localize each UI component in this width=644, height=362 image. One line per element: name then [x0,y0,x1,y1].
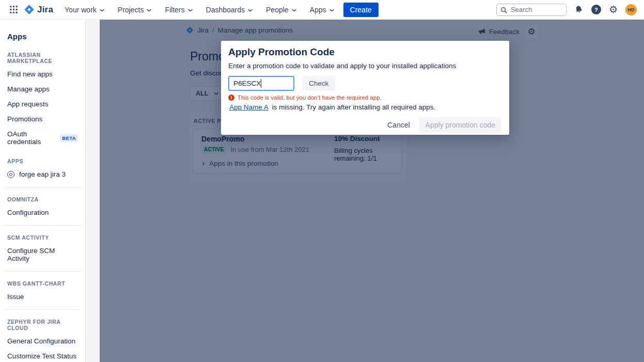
nav-dashboards[interactable]: Dashboards [206,6,253,14]
beta-badge: BETA [60,134,78,142]
nav-projects[interactable]: Projects [118,6,152,14]
chevron-down-icon [248,9,253,12]
nav-people[interactable]: People [266,6,296,14]
notifications-icon[interactable] [574,5,584,14]
modal-description: Enter a promotion code to validate and a… [228,62,456,70]
chevron-down-icon [188,9,193,12]
sidebar-title: Apps [0,26,85,43]
chevron-down-icon [292,9,296,12]
sidebar-item-oauth-credentials[interactable]: OAuth credentials BETA [0,127,85,149]
sidebar-item-configuration[interactable]: Configuration [0,205,85,220]
missing-app-link[interactable]: App Name A [229,103,269,111]
chevron-down-icon [100,9,104,12]
promotion-code-input[interactable] [228,76,294,91]
missing-app-line: App Name A is missing. Try again after i… [229,103,435,111]
sidebar-section-oomnitza: OOMNITZA [0,187,85,205]
sidebar-item-promotions[interactable]: Promotions [0,112,85,127]
nav-apps[interactable]: Apps [310,6,334,14]
top-navigation-bar: Jira Your work Projects Filters Dashboar… [0,0,644,20]
sidebar-section-scm-activity: SCM ACTIVITY [0,226,85,243]
check-button[interactable]: Check [302,76,335,91]
sidebar-item-manage-apps[interactable]: Manage apps [0,82,85,97]
nav-your-work[interactable]: Your work [65,6,104,14]
sidebar-section-zephyr: ZEPHYR FOR JIRA CLOUD [0,310,85,334]
help-icon[interactable]: ? [591,5,601,14]
sidebar-item-customize-test-status[interactable]: Customize Test Status [0,349,85,362]
error-icon: ! [228,95,234,101]
text-caret [261,79,261,88]
create-button[interactable]: Create [343,3,379,17]
jira-logo[interactable]: Jira [24,4,53,15]
promotion-code-field [228,76,294,91]
modal-footer: Cancel Apply promotion code [383,117,501,133]
sidebar-item-app-requests[interactable]: App requests [0,97,85,112]
error-message: This code is valid, but you don’t have t… [238,95,382,101]
nav-filters[interactable]: Filters [165,6,192,14]
sidebar-item-issue[interactable]: Issue [0,289,85,304]
search-field [496,4,567,16]
sidebar-section-apps: APPS [0,149,85,167]
grid-icon [9,5,18,14]
chevron-down-icon [329,9,334,12]
missing-app-text: is missing. Try again after installing a… [272,103,436,111]
primary-nav: Your work Projects Filters Dashboards Pe… [65,6,334,14]
sidebar-section-atlassian-marketplace: ATLASSIAN MARKETPLACE [0,43,85,67]
jira-logo-icon [24,4,35,15]
apply-promotion-code-modal: Apply Promotion Code Enter a promotion c… [221,41,509,135]
search-icon [500,6,507,15]
cancel-button[interactable]: Cancel [383,121,414,129]
chevron-down-icon [147,9,151,12]
jira-logo-text: Jira [37,5,53,15]
sidebar-item-configure-scm-activity[interactable]: Configure SCM Activity [0,243,85,266]
sidebar-item-general-configuration[interactable]: General Configuration [0,334,85,349]
sidebar: Apps ATLASSIAN MARKETPLACE Find new apps… [0,20,86,362]
user-avatar[interactable]: HD [625,4,637,15]
sidebar-item-forge-eap-jira-3[interactable]: forge eap jira 3 [0,167,85,182]
settings-gear-icon[interactable]: ⚙ [609,5,618,14]
apply-promotion-code-button[interactable]: Apply promotion code [419,117,501,133]
modal-title: Apply Promotion Code [228,46,335,58]
topbar-right-group: ? ⚙ HD [496,4,637,16]
sidebar-section-wbs-gantt-chart: WBS GANTT-CHART [0,272,85,289]
app-target-icon [7,171,14,178]
validation-error: ! This code is valid, but you don’t have… [228,95,382,101]
app-switcher-icon[interactable] [7,4,20,16]
sidebar-item-find-new-apps[interactable]: Find new apps [0,67,85,82]
